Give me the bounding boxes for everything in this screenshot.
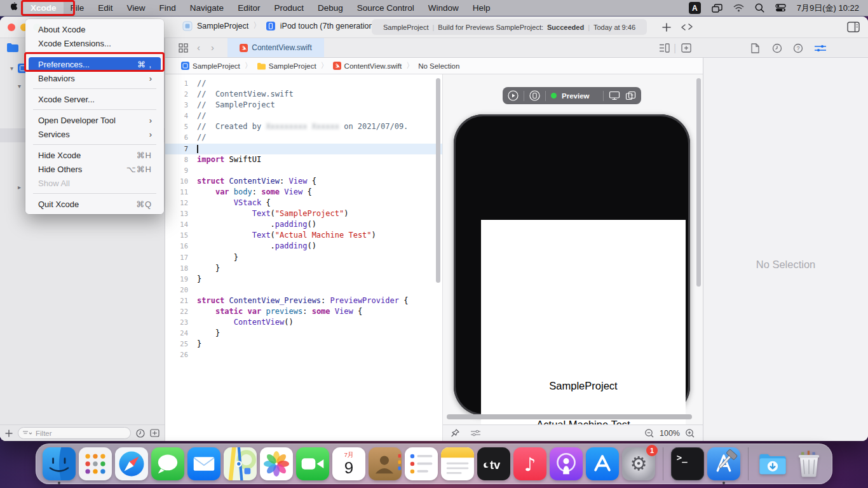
dock-reminders-icon[interactable] bbox=[405, 447, 438, 480]
dock-maps-icon[interactable] bbox=[224, 447, 257, 480]
quick-help-inspector-icon[interactable]: ? bbox=[793, 43, 803, 53]
menu-window[interactable]: Window bbox=[421, 0, 466, 16]
code-line-22[interactable]: 22 static var previews: some View { bbox=[165, 306, 442, 317]
dock-finder-icon[interactable] bbox=[43, 447, 76, 480]
adjust-editor-options-icon[interactable] bbox=[659, 43, 670, 53]
dock-appletv-icon[interactable]: tv bbox=[477, 447, 510, 480]
menu-product[interactable]: Product bbox=[267, 0, 311, 16]
menu-item-show-all[interactable]: Show All bbox=[29, 176, 161, 190]
menu-debug[interactable]: Debug bbox=[311, 0, 350, 16]
attributes-inspector-icon[interactable] bbox=[814, 43, 827, 53]
editor-vertical-scrollbar[interactable] bbox=[436, 78, 440, 283]
control-center-icon[interactable] bbox=[775, 4, 786, 12]
code-area[interactable]: 1//2// ContentView.swift3// SampleProjec… bbox=[165, 78, 442, 360]
file-inspector-icon[interactable] bbox=[751, 43, 759, 53]
menu-xcode[interactable]: Xcode bbox=[24, 0, 64, 16]
wifi-icon[interactable] bbox=[733, 4, 744, 12]
source-editor[interactable]: 1//2// ContentView.swift3// SampleProjec… bbox=[165, 74, 442, 441]
add-item-button[interactable] bbox=[5, 430, 13, 437]
breadcrumb-sampleproject[interactable]: SampleProject bbox=[181, 62, 240, 70]
input-source-icon[interactable]: A bbox=[689, 2, 701, 14]
dock-podcasts-icon[interactable] bbox=[550, 447, 583, 480]
menu-source-control[interactable]: Source Control bbox=[350, 0, 421, 16]
code-line-7[interactable]: 7 bbox=[165, 144, 442, 154]
preview-horizontal-scrollbar[interactable] bbox=[447, 414, 692, 419]
menu-find[interactable]: Find bbox=[153, 0, 183, 16]
menu-editor[interactable]: Editor bbox=[231, 0, 267, 16]
menu-edit[interactable]: Edit bbox=[91, 0, 119, 16]
disclosure-chevron[interactable]: ▸ bbox=[18, 184, 21, 191]
menu-bar-clock[interactable]: 7月9日(金) 10:22 bbox=[797, 3, 859, 14]
dock-launchpad-icon[interactable] bbox=[79, 447, 112, 480]
code-line-17[interactable]: 17 } bbox=[165, 252, 442, 263]
dock-mail-icon[interactable] bbox=[187, 447, 220, 480]
library-add-button[interactable] bbox=[661, 22, 672, 33]
history-inspector-icon[interactable] bbox=[772, 43, 782, 53]
code-line-15[interactable]: 15 Text("Actual Machine Test") bbox=[165, 230, 442, 241]
code-line-11[interactable]: 11 var body: some View { bbox=[165, 187, 442, 198]
code-line-2[interactable]: 2// ContentView.swift bbox=[165, 89, 442, 100]
code-line-16[interactable]: 16 .padding() bbox=[165, 241, 442, 252]
dock-contacts-icon[interactable] bbox=[369, 447, 402, 480]
dock-terminal-icon[interactable]: >_ bbox=[671, 447, 704, 480]
code-line-23[interactable]: 23 ContentView() bbox=[165, 317, 442, 328]
preview-vertical-scrollbar[interactable] bbox=[696, 78, 701, 287]
preview-on-display-icon[interactable] bbox=[609, 91, 620, 100]
dock-messages-icon[interactable] bbox=[151, 447, 184, 480]
spotlight-search-icon[interactable] bbox=[755, 3, 764, 13]
menu-help[interactable]: Help bbox=[466, 0, 498, 16]
zoom-in-button[interactable] bbox=[685, 428, 695, 438]
dock-appstore-icon[interactable] bbox=[586, 447, 619, 480]
menu-item-xcode-server[interactable]: Xcode Server... bbox=[29, 92, 161, 106]
code-line-8[interactable]: 8import SwiftUI bbox=[165, 154, 442, 165]
code-line-24[interactable]: 24 } bbox=[165, 328, 442, 339]
recent-files-filter-icon[interactable] bbox=[136, 429, 145, 438]
menu-item-hide-xcode[interactable]: Hide Xcode⌘H bbox=[29, 148, 161, 162]
menu-item-xcode-extensions[interactable]: Xcode Extensions... bbox=[29, 36, 161, 50]
breadcrumb-no-selection[interactable]: No Selection bbox=[418, 62, 459, 70]
close-window-button[interactable] bbox=[8, 24, 15, 31]
dock-facetime-icon[interactable] bbox=[296, 447, 329, 480]
tab-contentview-swift[interactable]: ContentView.swift bbox=[227, 38, 324, 57]
preview-device-screen[interactable]: SampleProject Actual Machine Test bbox=[481, 220, 686, 441]
dock-safari-icon[interactable] bbox=[115, 447, 148, 480]
code-line-18[interactable]: 18 } bbox=[165, 263, 442, 274]
duplicate-preview-icon[interactable] bbox=[625, 91, 636, 100]
code-line-14[interactable]: 14 .padding() bbox=[165, 219, 442, 230]
code-line-26[interactable]: 26 bbox=[165, 349, 442, 360]
live-preview-button[interactable] bbox=[508, 90, 519, 101]
pin-preview-icon[interactable] bbox=[451, 428, 460, 438]
code-line-5[interactable]: 5// Created by Xxxxxxxxx Xxxxxx on 2021/… bbox=[165, 121, 442, 132]
code-line-21[interactable]: 21struct ContentView_Previews: PreviewPr… bbox=[165, 295, 442, 306]
code-line-6[interactable]: 6// bbox=[165, 132, 442, 143]
menu-navigate[interactable]: Navigate bbox=[183, 0, 231, 16]
code-line-19[interactable]: 19} bbox=[165, 274, 442, 285]
dock-music-icon[interactable]: ♪ bbox=[513, 447, 546, 480]
zoom-out-button[interactable] bbox=[644, 428, 654, 438]
menu-view[interactable]: View bbox=[120, 0, 153, 16]
screen-mirroring-icon[interactable] bbox=[712, 4, 722, 13]
code-review-button[interactable] bbox=[680, 22, 694, 33]
dock-downloads-icon[interactable] bbox=[756, 447, 789, 480]
preview-on-device-button[interactable] bbox=[529, 90, 540, 101]
dock-trash-icon[interactable] bbox=[792, 447, 825, 480]
add-editor-icon[interactable] bbox=[681, 43, 691, 53]
dock-photos-icon[interactable] bbox=[260, 447, 293, 480]
forward-button[interactable]: › bbox=[211, 42, 214, 53]
apple-menu-icon[interactable] bbox=[10, 3, 20, 13]
disclosure-chevron[interactable]: ▾ bbox=[18, 83, 21, 90]
code-line-10[interactable]: 10struct ContentView: View { bbox=[165, 176, 442, 187]
menu-item-open-developer-tool[interactable]: Open Developer Tool› bbox=[29, 113, 161, 127]
related-items-icon[interactable] bbox=[179, 43, 188, 53]
activity-status[interactable]: SampleProject | Build for Previews Sampl… bbox=[372, 19, 647, 35]
dock-system-preferences-icon[interactable]: ⚙1 bbox=[622, 447, 655, 480]
dock-notes-icon[interactable] bbox=[441, 447, 474, 480]
source-control-status-filter-icon[interactable] bbox=[150, 429, 159, 437]
code-line-4[interactable]: 4// bbox=[165, 111, 442, 121]
menu-item-services[interactable]: Services› bbox=[29, 127, 161, 141]
code-line-12[interactable]: 12 VStack { bbox=[165, 198, 442, 208]
dock-calendar-icon[interactable]: 7月9 bbox=[332, 447, 365, 480]
jump-bar[interactable]: SampleProject〉SampleProject〉ContentView.… bbox=[165, 58, 703, 74]
code-line-13[interactable]: 13 Text("SampleProject") bbox=[165, 208, 442, 219]
disclosure-chevron[interactable]: ▾ bbox=[10, 65, 13, 72]
